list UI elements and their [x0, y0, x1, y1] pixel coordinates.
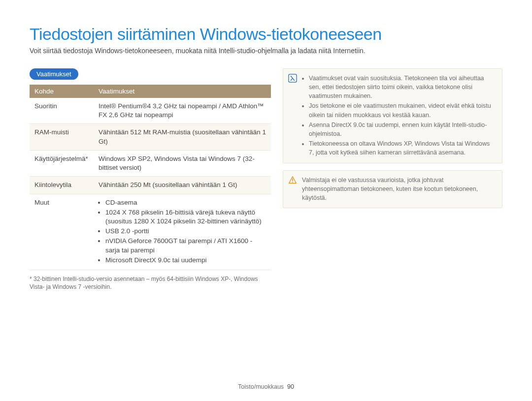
table-row: Käyttöjärjestelmä* Windows XP SP2, Windo… [30, 150, 271, 176]
table-cell-item: Suoritin [30, 98, 94, 124]
list-item: nVIDIA Geforce 7600GT tai parempi / ATI … [105, 237, 266, 254]
table-cell-req: CD-asema 1024 X 768 pikselin 16-bittisiä… [94, 194, 271, 270]
list-item: USB 2.0 -portti [105, 227, 266, 236]
list-item: Asenna DirectX 9.0c tai uudempi, ennen k… [309, 121, 496, 138]
info-note: Vaatimukset ovat vain suosituksia. Tieto… [283, 68, 502, 163]
table-cell-item: RAM-muisti [30, 124, 94, 150]
table-cell-item: Käyttöjärjestelmä* [30, 150, 94, 176]
page-title: Tiedostojen siirtäminen Windows-tietokon… [30, 25, 502, 44]
table-row: Kiintolevytila Vähintään 250 Mt (suosite… [30, 177, 271, 194]
table-cell-req: Vähintään 512 Mt RAM-muistia (suositella… [94, 124, 271, 150]
table-cell-item: Muut [30, 194, 94, 270]
table-row: Muut CD-asema 1024 X 768 pikselin 16-bit… [30, 194, 271, 270]
page-footer: Toisto/muokkaus 90 [0, 383, 532, 390]
footnote: * 32-bittinen Intelli-studio-versio asen… [30, 275, 271, 291]
table-cell-req: Windows XP SP2, Windows Vista tai Window… [94, 150, 271, 176]
section-badge-requirements: Vaatimukset [30, 68, 78, 80]
list-item: Jos tietokone ei ole vaatimusten mukaine… [309, 101, 496, 119]
list-item: Tietokoneessa on oltava Windows XP, Wind… [309, 139, 496, 157]
table-cell-req: Vähintään 250 Mt (suositellaan vähintään… [94, 177, 271, 194]
info-icon [288, 74, 297, 83]
warning-text: Valmistaja ei ole vastuussa vaurioista, … [302, 177, 478, 201]
table-head-item: Kohde [30, 85, 94, 98]
list-item: 1024 X 768 pikselin 16-bittisiä värejä t… [105, 208, 266, 226]
requirements-table: Kohde Vaatimukset Suoritin Intel® Pentiu… [30, 85, 271, 270]
list-item: Microsoft DirectX 9.0c tai uudempi [105, 256, 266, 265]
table-cell-req: Intel® Pentium®4 3,2 GHz tai nopeampi / … [94, 98, 271, 124]
list-item: CD-asema [105, 198, 266, 207]
list-item: Vaatimukset ovat vain suosituksia. Tieto… [309, 74, 496, 100]
footer-section: Toisto/muokkaus [238, 383, 284, 390]
table-head-req: Vaatimukset [94, 85, 271, 98]
svg-point-2 [292, 182, 293, 183]
intro-text: Voit siirtää tiedostoja Windows-tietokon… [30, 47, 502, 55]
table-row: RAM-muisti Vähintään 512 Mt RAM-muistia … [30, 124, 271, 150]
warning-icon [288, 176, 297, 185]
table-row: Suoritin Intel® Pentium®4 3,2 GHz tai no… [30, 98, 271, 124]
footer-page-number: 90 [287, 383, 294, 390]
warning-note: Valmistaja ei ole vastuussa vaurioista, … [283, 170, 502, 208]
table-cell-item: Kiintolevytila [30, 177, 94, 194]
